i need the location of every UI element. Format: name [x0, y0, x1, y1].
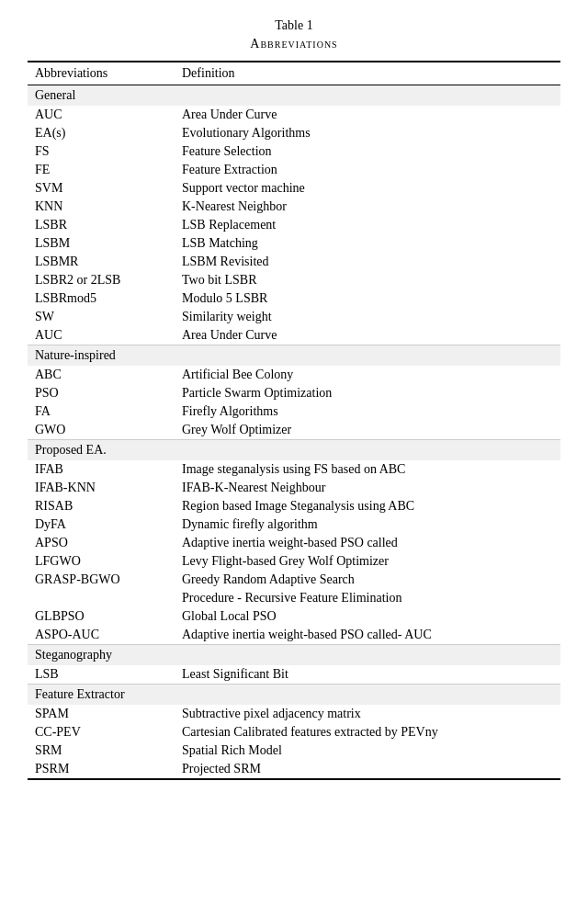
section-row: Proposed EA. — [28, 440, 560, 461]
abbreviation-cell: FA — [28, 402, 175, 421]
definition-cell: Firefly Algorithms — [175, 402, 560, 421]
abbreviation-cell: FE — [28, 161, 175, 179]
definition-cell: Feature Extraction — [175, 161, 560, 179]
table-row: SWSimilarity weight — [28, 308, 560, 326]
abbreviation-cell — [28, 589, 175, 607]
definition-cell: Global Local PSO — [175, 607, 560, 626]
definition-cell: Area Under Curve — [175, 106, 560, 124]
definition-cell: Artificial Bee Colony — [175, 366, 560, 384]
abbreviation-cell: LSBMR — [28, 253, 175, 271]
abbreviation-cell: GRASP-BGWO — [28, 571, 175, 589]
definition-cell: Dynamic firefly algorithm — [175, 515, 560, 534]
table-row: FSFeature Selection — [28, 142, 560, 161]
abbreviation-cell: LSBRmod5 — [28, 289, 175, 308]
definition-cell: LSB Matching — [175, 234, 560, 253]
abbreviations-table: Abbreviations Definition GeneralAUCArea … — [28, 61, 560, 780]
definition-cell: Least Significant Bit — [175, 665, 560, 685]
section-label: Feature Extractor — [28, 685, 560, 706]
abbreviation-cell: SVM — [28, 179, 175, 198]
table-row: LSBMRLSBM Revisited — [28, 253, 560, 271]
table-row: RISABRegion based Image Steganalysis usi… — [28, 497, 560, 515]
table-row: SPAMSubtractive pixel adjacency matrix — [28, 705, 560, 723]
table-title: Abbreviations — [28, 37, 560, 51]
table-row: LSBLeast Significant Bit — [28, 665, 560, 685]
abbreviation-cell: SPAM — [28, 705, 175, 723]
definition-cell: Levy Flight-based Grey Wolf Optimizer — [175, 552, 560, 571]
definition-cell: LSBM Revisited — [175, 253, 560, 271]
table-row: LSBRLSB Replacement — [28, 216, 560, 234]
table-row: PSRMProjected SRM — [28, 760, 560, 779]
definition-cell: Support vector machine — [175, 179, 560, 198]
abbreviation-cell: SW — [28, 308, 175, 326]
definition-cell: Procedure - Recursive Feature Eliminatio… — [175, 589, 560, 607]
table-row: Procedure - Recursive Feature Eliminatio… — [28, 589, 560, 607]
definition-cell: Spatial Rich Model — [175, 742, 560, 760]
abbreviation-cell: PSO — [28, 384, 175, 402]
definition-cell: Image steganalysis using FS based on ABC — [175, 460, 560, 479]
section-label: Nature-inspired — [28, 345, 560, 367]
abbreviation-cell: LSB — [28, 665, 175, 685]
abbreviation-cell: LFGWO — [28, 552, 175, 571]
table-row: IFAB-KNNIFAB-K-Nearest Neighbour — [28, 479, 560, 497]
definition-cell: Modulo 5 LSBR — [175, 289, 560, 308]
definition-cell: Cartesian Calibrated features extracted … — [175, 723, 560, 742]
definition-cell: Subtractive pixel adjacency matrix — [175, 705, 560, 723]
table-row: AUCArea Under Curve — [28, 106, 560, 124]
section-label: Steganography — [28, 645, 560, 666]
table-header-row: Abbreviations Definition — [28, 62, 560, 85]
table-row: PSOParticle Swarm Optimization — [28, 384, 560, 402]
abbreviation-cell: SRM — [28, 742, 175, 760]
abbreviation-cell: AUC — [28, 326, 175, 345]
table-row: EA(s)Evolutionary Algorithms — [28, 124, 560, 142]
abbreviation-cell: LSBR — [28, 216, 175, 234]
table-row: CC-PEVCartesian Calibrated features extr… — [28, 723, 560, 742]
table-row: ABCArtificial Bee Colony — [28, 366, 560, 384]
definition-cell: Particle Swarm Optimization — [175, 384, 560, 402]
definition-cell: IFAB-K-Nearest Neighbour — [175, 479, 560, 497]
table-row: GLBPSOGlobal Local PSO — [28, 607, 560, 626]
table-row: FAFirefly Algorithms — [28, 402, 560, 421]
definition-cell: Greedy Random Adaptive Search — [175, 571, 560, 589]
abbreviation-cell: CC-PEV — [28, 723, 175, 742]
definition-cell: Evolutionary Algorithms — [175, 124, 560, 142]
table-row: GWOGrey Wolf Optimizer — [28, 421, 560, 440]
definition-cell: Feature Selection — [175, 142, 560, 161]
definition-cell: Adaptive inertia weight-based PSO called… — [175, 626, 560, 645]
definition-cell: Area Under Curve — [175, 326, 560, 345]
definition-cell: Adaptive inertia weight-based PSO called — [175, 534, 560, 552]
abbreviation-cell: FS — [28, 142, 175, 161]
table-row: APSOAdaptive inertia weight-based PSO ca… — [28, 534, 560, 552]
section-row: Feature Extractor — [28, 685, 560, 706]
section-row: General — [28, 85, 560, 107]
definition-cell: K-Nearest Neighbor — [175, 198, 560, 216]
abbreviation-cell: GLBPSO — [28, 607, 175, 626]
abbreviation-cell: AUC — [28, 106, 175, 124]
definition-cell: Similarity weight — [175, 308, 560, 326]
table-row: FEFeature Extraction — [28, 161, 560, 179]
definition-cell: Two bit LSBR — [175, 271, 560, 289]
section-row: Steganography — [28, 645, 560, 666]
table-row: GRASP-BGWOGreedy Random Adaptive Search — [28, 571, 560, 589]
header-definition: Definition — [175, 62, 560, 85]
table-row: ASPO-AUCAdaptive inertia weight-based PS… — [28, 626, 560, 645]
abbreviation-cell: ASPO-AUC — [28, 626, 175, 645]
abbreviation-cell: LSBR2 or 2LSB — [28, 271, 175, 289]
table-row: LSBMLSB Matching — [28, 234, 560, 253]
abbreviation-cell: DyFA — [28, 515, 175, 534]
abbreviation-cell: EA(s) — [28, 124, 175, 142]
abbreviation-cell: RISAB — [28, 497, 175, 515]
definition-cell: Region based Image Steganalysis using AB… — [175, 497, 560, 515]
table-row: LFGWOLevy Flight-based Grey Wolf Optimiz… — [28, 552, 560, 571]
definition-cell: Grey Wolf Optimizer — [175, 421, 560, 440]
abbreviation-cell: KNN — [28, 198, 175, 216]
table-row: KNNK-Nearest Neighbor — [28, 198, 560, 216]
table-row: AUCArea Under Curve — [28, 326, 560, 345]
table-row: DyFADynamic firefly algorithm — [28, 515, 560, 534]
abbreviation-cell: GWO — [28, 421, 175, 440]
abbreviation-cell: LSBM — [28, 234, 175, 253]
abbreviation-cell: IFAB — [28, 460, 175, 479]
abbreviation-cell: ABC — [28, 366, 175, 384]
table-row: IFABImage steganalysis using FS based on… — [28, 460, 560, 479]
abbreviation-cell: IFAB-KNN — [28, 479, 175, 497]
section-label: Proposed EA. — [28, 440, 560, 461]
